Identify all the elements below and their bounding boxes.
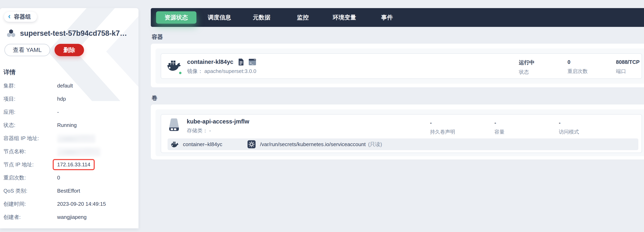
detail-field-qos-class: QoS 类别: BestEffort — [4, 184, 136, 197]
redacted-node-name-value — [57, 147, 100, 156]
mount-config-gear-icon — [248, 140, 256, 148]
container-image-line: 镜像： apache/superset:3.0.0 — [187, 68, 256, 75]
container-stat-ports: 8088/TCP 端口 — [616, 59, 640, 75]
pod-detail-sidebar: ‹ 容器组 superset-test-57b94cd758-k7… 查看 YA… — [0, 8, 138, 228]
back-to-pods-button[interactable]: ‹ 容器组 — [4, 12, 37, 22]
details-heading: 详情 — [4, 68, 16, 76]
tab-events[interactable]: 事件 — [381, 8, 393, 27]
container-terminal-icon[interactable]: >_ — [249, 59, 256, 65]
details-list: 集群: default 项目: hdp 应用: - 状态: Running 容器… — [4, 79, 136, 224]
containers-section-heading: 容器 — [152, 33, 163, 41]
tab-metadata[interactable]: 元数据 — [253, 8, 270, 27]
page-title: superset-test-57b94cd758-k7… — [20, 29, 127, 38]
detail-field-node-name: 节点名称: — [4, 145, 136, 158]
detail-tabbar: 资源状态 调度信息 元数据 监控 环境变量 事件 — [151, 8, 644, 27]
tab-env-vars[interactable]: 环境变量 — [333, 8, 356, 27]
volumes-panel: kube-api-access-jmflw 存储类： - - 持久卷声明 - 容… — [151, 104, 644, 159]
pod-actions: 查看 YAML 删除 — [4, 44, 84, 56]
container-stat-status: 运行中 状态 — [519, 59, 534, 75]
volume-name: kube-api-access-jmflw — [187, 118, 249, 125]
containers-list-inset: container-kl84yc — [156, 49, 644, 84]
volume-storage-class-line: 存储类： - — [187, 127, 249, 134]
node-ip-highlight-box: 172.16.33.114 — [53, 159, 95, 170]
mount-container-name: container–kl84yc — [183, 141, 248, 147]
volume-card: kube-api-access-jmflw 存储类： - - 持久卷声明 - 容… — [161, 114, 642, 153]
tab-scheduling-info[interactable]: 调度信息 — [208, 8, 231, 27]
container-stat-restarts: 0 重启次数 — [568, 59, 588, 75]
detail-field-cluster: 集群: default — [4, 79, 136, 92]
delete-button[interactable]: 删除 — [54, 44, 84, 56]
detail-field-project: 项目: hdp — [4, 92, 136, 106]
tab-resource-status[interactable]: 资源状态 — [156, 11, 196, 24]
containers-panel: container-kl84yc — [151, 44, 644, 87]
svg-text:>_: >_ — [250, 61, 253, 65]
docker-icon — [167, 60, 181, 71]
detail-field-pod-ip: 容器组 IP 地址: — [4, 132, 136, 145]
detail-field-restart-count: 重启次数: 0 — [4, 171, 136, 184]
container-logs-icon[interactable] — [238, 59, 244, 66]
back-label: 容器组 — [14, 13, 31, 21]
volume-stat-pvc: - 持久卷声明 — [430, 120, 455, 135]
volume-icon — [168, 118, 180, 131]
view-yaml-button[interactable]: 查看 YAML — [4, 44, 50, 56]
pod-title-row: superset-test-57b94cd758-k7… — [7, 29, 136, 38]
detail-field-app: 应用: - — [4, 106, 136, 119]
detail-field-status: 状态: Running — [4, 119, 136, 132]
pod-icon — [7, 29, 16, 37]
mount-path: /var/run/secrets/kubernetes.io/serviceac… — [260, 141, 366, 147]
volume-mount-row: container–kl84yc — [168, 138, 638, 150]
container-running-status-dot — [178, 71, 182, 75]
container-name: container-kl84yc — [187, 59, 233, 65]
mount-readonly-flag: (只读) — [368, 141, 382, 148]
back-chevron-icon: ‹ — [8, 12, 11, 20]
volume-stat-access-mode: - 访问模式 — [559, 120, 579, 135]
volumes-section-heading: 卷 — [152, 94, 157, 102]
redacted-pod-ip-value — [57, 134, 96, 143]
detail-field-created-time: 创建时间: 2023-09-20 14:49:15 — [4, 197, 136, 210]
volume-info: kube-api-access-jmflw 存储类： - — [187, 118, 249, 134]
detail-field-creator: 创建者: wangjiapeng — [4, 210, 136, 224]
container-card: container-kl84yc — [161, 53, 642, 79]
volumes-list-inset: kube-api-access-jmflw 存储类： - - 持久卷声明 - 容… — [156, 109, 644, 156]
tab-monitoring[interactable]: 监控 — [297, 8, 309, 27]
volume-stat-capacity: - 容量 — [494, 120, 504, 135]
docker-icon — [171, 141, 178, 147]
container-info: container-kl84yc — [187, 59, 256, 75]
detail-field-node-ip: 节点 IP 地址: 172.16.33.114 — [4, 158, 136, 171]
